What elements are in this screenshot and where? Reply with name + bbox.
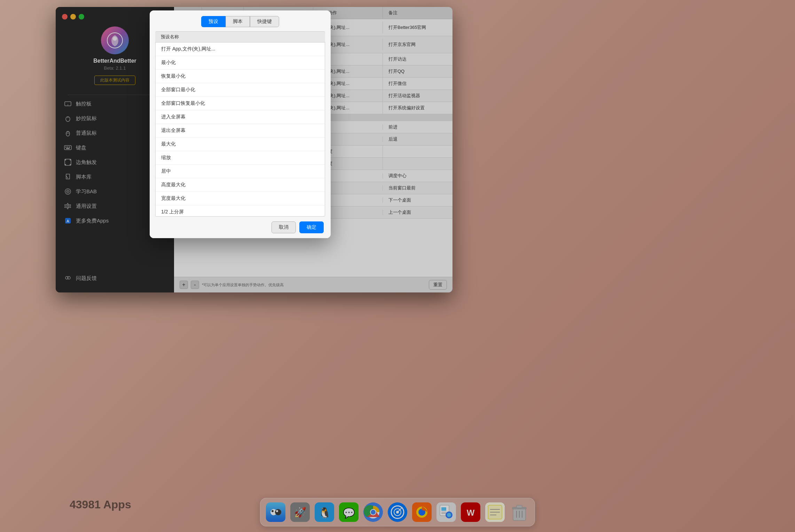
confirm-button[interactable]: 确定: [299, 221, 324, 233]
list-item-0[interactable]: 打开 App,文件(夹),网址...: [156, 42, 325, 56]
tab-shortcut[interactable]: 快捷键: [250, 16, 279, 27]
desktop: BetterAndBetter Beta: 2.1.1 此版本测试内容 触控板 …: [0, 0, 795, 532]
dialog-list-header: 预设名称: [155, 31, 325, 42]
list-item-9[interactable]: 居中: [156, 165, 325, 178]
dialog-tabs: 预设 脚本 快捷键: [150, 10, 331, 31]
preset-dialog-container: 预设 脚本 快捷键 预设名称 打开 App,文件(夹),网址... 最小化 恢复…: [150, 10, 331, 238]
list-item-2[interactable]: 恢复最小化: [156, 70, 325, 83]
list-item-7[interactable]: 最大化: [156, 138, 325, 151]
dialog-list[interactable]: 打开 App,文件(夹),网址... 最小化 恢复最小化 全部窗口最小化 全部窗…: [155, 42, 325, 217]
dialog-backdrop: [0, 0, 795, 532]
list-item-5[interactable]: 进入全屏幕: [156, 110, 325, 124]
list-item-1[interactable]: 最小化: [156, 56, 325, 70]
cancel-button[interactable]: 取消: [271, 221, 296, 233]
list-item-8[interactable]: 缩放: [156, 151, 325, 165]
list-item-4[interactable]: 全部窗口恢复最小化: [156, 97, 325, 110]
tab-preset[interactable]: 预设: [201, 16, 226, 27]
list-item-12[interactable]: 1/2 上分屏: [156, 205, 325, 217]
preset-dialog: 预设 脚本 快捷键 预设名称 打开 App,文件(夹),网址... 最小化 恢复…: [150, 10, 331, 238]
list-item-6[interactable]: 退出全屏幕: [156, 124, 325, 138]
list-item-11[interactable]: 宽度最大化: [156, 192, 325, 205]
dialog-footer: 取消 确定: [150, 217, 331, 238]
list-item-3[interactable]: 全部窗口最小化: [156, 83, 325, 97]
list-item-10[interactable]: 高度最大化: [156, 178, 325, 192]
tab-script[interactable]: 脚本: [226, 16, 250, 27]
